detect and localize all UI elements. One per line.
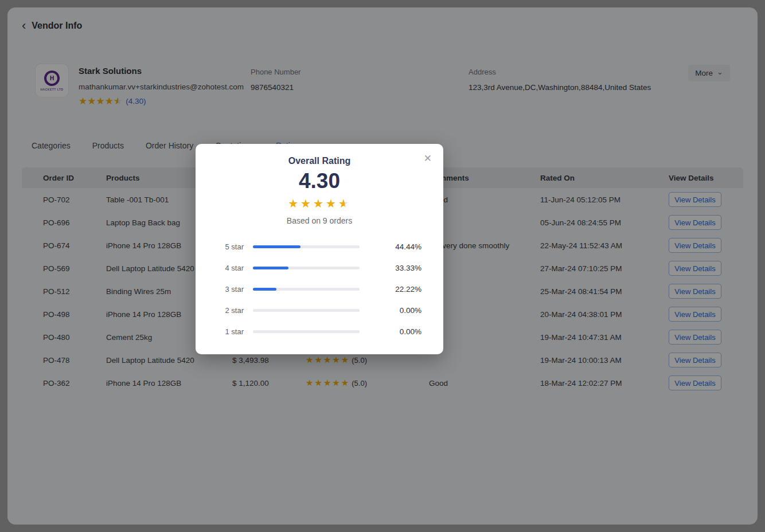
distribution-percent: 0.00% bbox=[360, 327, 421, 336]
distribution-percent: 44.44% bbox=[360, 242, 421, 251]
rating-basis-text: Based on 9 orders bbox=[196, 216, 443, 225]
distribution-bar-track bbox=[253, 309, 360, 312]
modal-title: Overall Rating bbox=[196, 156, 443, 166]
distribution-row: 1 star0.00% bbox=[217, 326, 421, 337]
distribution-bar-fill bbox=[253, 267, 288, 269]
distribution-row: 4 star33.33% bbox=[217, 262, 421, 273]
overall-rating-score: 4.30 bbox=[196, 169, 443, 193]
distribution-row: 2 star0.00% bbox=[217, 304, 421, 316]
distribution-percent: 0.00% bbox=[360, 306, 421, 315]
star-distribution-list: 5 star44.44%4 star33.33%3 star22.22%2 st… bbox=[217, 241, 421, 347]
distribution-bar-track bbox=[253, 245, 360, 248]
distribution-percent: 33.33% bbox=[360, 264, 421, 272]
distribution-label: 3 star bbox=[217, 285, 244, 294]
overall-rating-modal: ✕ Overall Rating 4.30 ★★★★★★ Based on 9 … bbox=[196, 144, 443, 354]
distribution-bar-fill bbox=[253, 245, 300, 248]
star-icon: ★ bbox=[326, 197, 338, 210]
distribution-bar-track bbox=[253, 267, 360, 269]
distribution-label: 1 star bbox=[217, 327, 244, 336]
distribution-row: 5 star44.44% bbox=[217, 241, 421, 252]
distribution-label: 5 star bbox=[217, 242, 244, 251]
distribution-label: 4 star bbox=[217, 264, 244, 272]
overall-rating-star-icons: ★★★★★★ bbox=[196, 197, 443, 210]
star-icon: ★ bbox=[313, 197, 326, 210]
distribution-label: 2 star bbox=[217, 306, 244, 315]
distribution-bar-track bbox=[253, 288, 360, 291]
distribution-row: 3 star22.22% bbox=[217, 283, 421, 295]
distribution-bar-track bbox=[253, 330, 360, 333]
distribution-percent: 22.22% bbox=[360, 285, 421, 294]
star-icon: ★ bbox=[300, 197, 313, 210]
star-icon: ★ bbox=[288, 197, 300, 210]
distribution-bar-fill bbox=[253, 288, 276, 291]
half-star-icon: ★★ bbox=[338, 197, 351, 210]
